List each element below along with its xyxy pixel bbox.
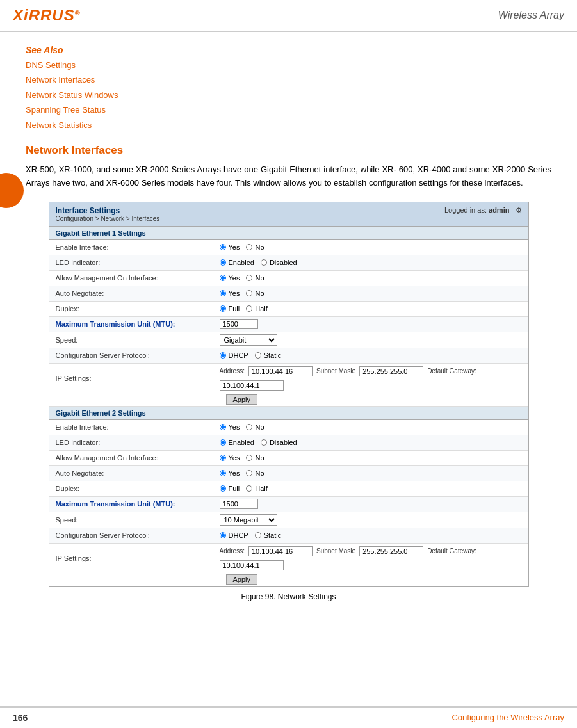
speed-select-2[interactable]: 10 Megabit Gigabit 100 Megabit	[220, 514, 277, 526]
ip-row-2: Address: Subnet Mask: Default Gateway:	[216, 545, 528, 572]
section-heading: Network Interfaces	[26, 144, 551, 157]
radio-yes-1[interactable]: Yes	[220, 243, 240, 251]
radio-yes-2[interactable]: Yes	[220, 423, 240, 431]
panel-title: Interface Settings	[56, 206, 160, 215]
see-also-link-spanning[interactable]: Spanning Tree Status	[26, 102, 551, 117]
radio-autoneg-no-1[interactable]: No	[246, 289, 264, 297]
table-row: Duplex: Full Half	[49, 481, 528, 497]
field-label-ip-2: IP Settings:	[49, 553, 216, 564]
speed-select-1[interactable]: Gigabit 100 Megabit 10 Megabit	[220, 334, 277, 346]
field-controls-mgmt-1: Yes No	[216, 272, 528, 284]
table-row: Enable Interface: Yes No	[49, 240, 528, 255]
radio-mgmt-yes-1[interactable]: Yes	[220, 274, 240, 282]
table-row: Duplex: Full Half	[49, 302, 528, 317]
page-footer: 166 Configuring the Wireless Array	[0, 706, 577, 728]
radio-mgmt-no-1[interactable]: No	[246, 274, 264, 282]
table-row: IP Settings: Address: Subnet Mask: Defau…	[49, 544, 528, 586]
page-title: Wireless Array	[498, 10, 564, 21]
table-row: Enable Interface: Yes No	[49, 420, 528, 435]
table-row: Speed: 10 Megabit Gigabit 100 Megabit	[49, 512, 528, 528]
address-label-2: Address:	[220, 547, 245, 554]
radio-enabled-led-1[interactable]: Enabled	[220, 259, 254, 266]
radio-static-2[interactable]: Static	[255, 531, 282, 539]
field-controls-duplex-1: Full Half	[216, 303, 528, 314]
mtu-input-1[interactable]	[220, 319, 258, 329]
field-controls-led-1: Enabled Disabled	[216, 257, 528, 268]
see-also-link-statistics[interactable]: Network Statistics	[26, 118, 551, 133]
apply-button-2[interactable]: Apply	[226, 574, 258, 585]
figure-caption: Figure 98. Network Settings	[26, 592, 551, 601]
field-label-duplex-1: Duplex:	[49, 303, 216, 314]
see-also-link-interfaces[interactable]: Network Interfaces	[26, 72, 551, 87]
radio-duplex-full-2[interactable]: Full	[220, 485, 240, 492]
radio-mgmt-yes-2[interactable]: Yes	[220, 454, 240, 462]
settings-icon[interactable]: ⚙	[516, 206, 522, 214]
panel-header-left: Interface Settings Configuration > Netwo…	[56, 206, 160, 222]
field-label-speed-1: Speed:	[49, 334, 216, 346]
radio-enabled-led-2[interactable]: Enabled	[220, 439, 254, 446]
table-row: Configuration Server Protocol: DHCP Stat…	[49, 528, 528, 544]
radio-no-1[interactable]: No	[246, 243, 264, 251]
field-label-mgmt-2: Allow Management On Interface:	[49, 452, 216, 464]
field-controls-speed-2: 10 Megabit Gigabit 100 Megabit	[216, 512, 528, 528]
table-row: Auto Negotiate: Yes No	[49, 466, 528, 481]
see-also-link-status-windows[interactable]: Network Status Windows	[26, 88, 551, 102]
gig2-section-header: Gigabit Ethernet 2 Settings	[49, 407, 528, 420]
field-label-mtu-1: Maximum Transmission Unit (MTU):	[49, 318, 216, 330]
radio-duplex-full-1[interactable]: Full	[220, 305, 240, 312]
field-label-autoneg-2: Auto Negotiate:	[49, 467, 216, 479]
table-row: Allow Management On Interface: Yes No	[49, 451, 528, 466]
panel-logged-in: Logged in as: admin ⚙	[444, 206, 522, 214]
panel-breadcrumb: Configuration > Network > Interfaces	[56, 215, 160, 222]
mtu-input-2[interactable]	[220, 499, 258, 509]
radio-no-2[interactable]: No	[246, 423, 264, 431]
field-label-speed-2: Speed:	[49, 514, 216, 526]
gateway-input-1[interactable]	[220, 380, 284, 391]
radio-disabled-led-2[interactable]: Disabled	[261, 439, 297, 446]
field-label-led-1: LED Indicator:	[49, 257, 216, 268]
address-input-1[interactable]	[248, 366, 313, 376]
section-body: XR-500, XR-1000, and some XR-2000 Series…	[26, 163, 551, 190]
table-row: Speed: Gigabit 100 Megabit 10 Megabit	[49, 332, 528, 348]
subnet-input-2[interactable]	[359, 546, 423, 556]
radio-duplex-half-2[interactable]: Half	[246, 485, 268, 492]
field-controls-csp-2: DHCP Static	[216, 530, 528, 541]
see-also-link-dns[interactable]: DNS Settings	[26, 58, 551, 72]
gateway-input-2[interactable]	[220, 560, 284, 570]
field-controls-led-2: Enabled Disabled	[216, 437, 528, 448]
radio-disabled-led-1[interactable]: Disabled	[261, 259, 297, 266]
field-label-ip-1: IP Settings:	[49, 373, 216, 384]
radio-autoneg-yes-2[interactable]: Yes	[220, 469, 240, 477]
field-controls-speed-1: Gigabit 100 Megabit 10 Megabit	[216, 332, 528, 348]
radio-static-1[interactable]: Static	[255, 352, 282, 359]
logged-in-label: Logged in as:	[444, 206, 487, 214]
field-controls-csp-1: DHCP Static	[216, 350, 528, 361]
field-label-autoneg-1: Auto Negotiate:	[49, 287, 216, 299]
logged-in-user: admin	[489, 206, 509, 214]
table-row: Auto Negotiate: Yes No	[49, 286, 528, 302]
table-row: Configuration Server Protocol: DHCP Stat…	[49, 348, 528, 364]
radio-duplex-half-1[interactable]: Half	[246, 305, 268, 312]
field-label-csp-1: Configuration Server Protocol:	[49, 350, 216, 361]
footer-right-text: Configuring the Wireless Array	[451, 713, 564, 723]
field-controls-mgmt-2: Yes No	[216, 452, 528, 464]
radio-dhcp-1[interactable]: DHCP	[220, 352, 248, 359]
field-label-enable-interface-2: Enable Interface:	[49, 421, 216, 433]
apply-button-1[interactable]: Apply	[226, 394, 258, 405]
subnet-input-1[interactable]	[359, 366, 423, 376]
see-also-title: See Also	[26, 45, 551, 55]
field-controls-enable-interface-2: Yes No	[216, 421, 528, 433]
logo-text: XiRRUS®	[13, 6, 81, 24]
field-controls-autoneg-2: Yes No	[216, 467, 528, 479]
main-content: See Also DNS Settings Network Interfaces…	[0, 32, 577, 614]
address-input-2[interactable]	[248, 546, 313, 556]
subnet-label-2: Subnet Mask:	[316, 547, 355, 554]
radio-dhcp-2[interactable]: DHCP	[220, 531, 248, 539]
radio-mgmt-no-2[interactable]: No	[246, 454, 264, 462]
address-label-1: Address:	[220, 368, 245, 375]
field-controls-autoneg-1: Yes No	[216, 287, 528, 299]
radio-autoneg-yes-1[interactable]: Yes	[220, 289, 240, 297]
field-controls-mtu-2	[216, 497, 528, 511]
radio-autoneg-no-2[interactable]: No	[246, 469, 264, 477]
table-row: IP Settings: Address: Subnet Mask: Defau…	[49, 364, 528, 407]
